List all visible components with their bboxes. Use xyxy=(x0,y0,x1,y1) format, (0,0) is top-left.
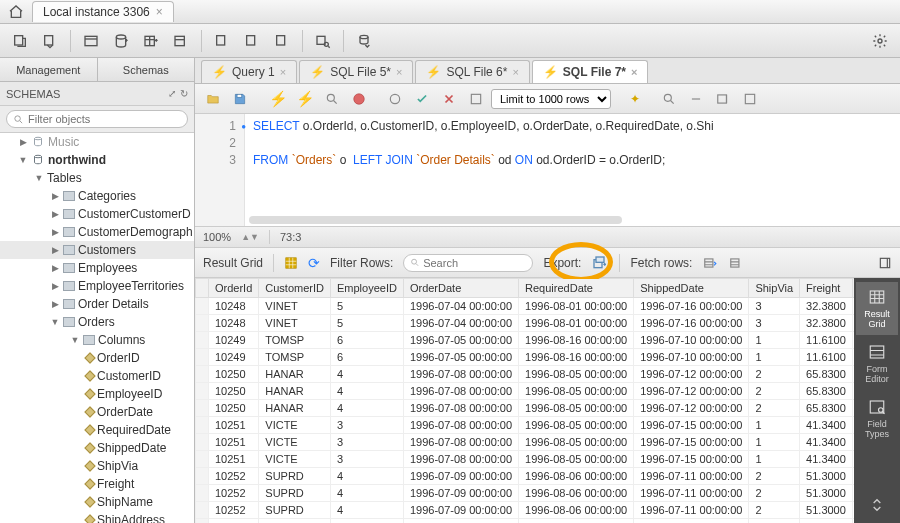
table-row[interactable]: 10248VINET51996-07-04 00:00:001996-08-01… xyxy=(196,315,855,332)
toggle-panel-button[interactable] xyxy=(878,256,892,270)
search-table-button[interactable] xyxy=(309,29,337,53)
column-header[interactable]: ShippedDate xyxy=(634,279,749,298)
stepper-icon[interactable]: ▲▼ xyxy=(241,232,259,242)
tree-columns[interactable]: ▼Columns xyxy=(0,331,194,349)
tree-column[interactable]: CustomerID xyxy=(0,367,194,385)
filter-objects-field[interactable] xyxy=(28,113,181,125)
result-table[interactable]: OrderIdCustomerIDEmployeeIDOrderDateRequ… xyxy=(195,278,854,523)
refresh-icon[interactable]: ↻ xyxy=(180,88,188,99)
tree-column[interactable]: EmployeeID xyxy=(0,385,194,403)
snippets-button[interactable] xyxy=(738,88,762,110)
refresh-icon[interactable]: ⟳ xyxy=(308,255,320,271)
tree-column[interactable]: ShipVia xyxy=(0,457,194,475)
filter-rows-field[interactable] xyxy=(423,257,526,269)
side-field-types[interactable]: Field Types xyxy=(856,392,898,445)
column-header[interactable]: OrderDate xyxy=(403,279,518,298)
side-result-grid[interactable]: Result Grid xyxy=(856,282,898,335)
table-row[interactable]: 10249TOMSP61996-07-05 00:00:001996-08-16… xyxy=(196,332,855,349)
reconnect-button[interactable] xyxy=(350,29,378,53)
expand-icon[interactable]: ⤢ xyxy=(168,88,176,99)
column-header[interactable]: Freight xyxy=(800,279,853,298)
new-view-button[interactable] xyxy=(167,29,195,53)
tree-table[interactable]: ▶EmployeeTerritories xyxy=(0,277,194,295)
settings-button[interactable] xyxy=(866,29,894,53)
open-file-button[interactable] xyxy=(201,88,225,110)
commit-button[interactable] xyxy=(410,88,434,110)
tree-column[interactable]: ShipAddress xyxy=(0,511,194,523)
explain-button[interactable] xyxy=(320,88,344,110)
column-header[interactable]: OrderId xyxy=(209,279,259,298)
filter-rows-input[interactable] xyxy=(403,254,533,272)
table-row[interactable]: 10250HANAR41996-07-08 00:00:001996-08-05… xyxy=(196,366,855,383)
close-icon[interactable]: × xyxy=(631,66,637,78)
toggle-limit-button[interactable] xyxy=(464,88,488,110)
table-row[interactable]: 10251VICTE31996-07-08 00:00:001996-08-05… xyxy=(196,451,855,468)
side-form-editor[interactable]: Form Editor xyxy=(856,337,898,390)
tree-table[interactable]: ▶Categories xyxy=(0,187,194,205)
tree-table[interactable]: ▶Customers xyxy=(0,241,194,259)
toggle-invisible-button[interactable] xyxy=(684,88,708,110)
close-icon[interactable]: × xyxy=(396,66,402,78)
new-func2-button[interactable] xyxy=(268,29,296,53)
connection-tab[interactable]: Local instance 3306 × xyxy=(32,1,174,22)
tab-sqlfile5[interactable]: ⚡SQL File 5*× xyxy=(299,60,413,83)
column-header[interactable]: Sh xyxy=(852,279,854,298)
beautify-button[interactable]: ✦ xyxy=(623,88,647,110)
column-header[interactable]: CustomerID xyxy=(259,279,331,298)
sql-editor[interactable]: 1 2 3 SELECT o.OrderId, o.CustomerID, o.… xyxy=(195,114,900,226)
tree-table-orders[interactable]: ▼Orders xyxy=(0,313,194,331)
filter-objects-input[interactable] xyxy=(6,110,188,128)
new-table-button[interactable] xyxy=(137,29,165,53)
tab-management[interactable]: Management xyxy=(0,58,98,81)
tree-schema-northwind[interactable]: ▼northwind xyxy=(0,151,194,169)
table-row[interactable]: 10250HANAR41996-07-08 00:00:001996-08-05… xyxy=(196,383,855,400)
table-row[interactable]: 10251VICTE31996-07-08 00:00:001996-08-05… xyxy=(196,417,855,434)
find-button[interactable] xyxy=(657,88,681,110)
zoom-level[interactable]: 100% xyxy=(203,231,231,243)
stop-button[interactable] xyxy=(347,88,371,110)
tab-schemas[interactable]: Schemas xyxy=(98,58,195,81)
fetch-all-button[interactable] xyxy=(728,256,744,270)
tree-tables[interactable]: ▼Tables xyxy=(0,169,194,187)
inspector-button[interactable] xyxy=(77,29,105,53)
close-icon[interactable]: × xyxy=(512,66,518,78)
table-row[interactable]: 10252SUPRD41996-07-09 00:00:001996-08-06… xyxy=(196,502,855,519)
table-row[interactable]: 10249TOMSP61996-07-05 00:00:001996-08-16… xyxy=(196,349,855,366)
new-func-button[interactable] xyxy=(238,29,266,53)
tab-sqlfile6[interactable]: ⚡SQL File 6*× xyxy=(415,60,529,83)
tree-column[interactable]: ShipName xyxy=(0,493,194,511)
close-icon[interactable]: × xyxy=(280,66,286,78)
tab-query1[interactable]: ⚡Query 1× xyxy=(201,60,297,83)
table-row[interactable]: 10250HANAR41996-07-08 00:00:001996-08-05… xyxy=(196,400,855,417)
table-row[interactable]: 10252SUPRD41996-07-09 00:00:001996-08-06… xyxy=(196,485,855,502)
tree-column[interactable]: ShippedDate xyxy=(0,439,194,457)
grid-icon[interactable] xyxy=(284,256,298,270)
new-schema-button[interactable] xyxy=(107,29,135,53)
tree-table[interactable]: ▶CustomerCustomerD xyxy=(0,205,194,223)
tree-column[interactable]: OrderDate xyxy=(0,403,194,421)
column-header[interactable]: ShipVia xyxy=(749,279,800,298)
toggle-autocommit-button[interactable] xyxy=(383,88,407,110)
column-header[interactable]: EmployeeID xyxy=(330,279,403,298)
open-sql-button[interactable] xyxy=(36,29,64,53)
schema-tree[interactable]: ▶Music ▼northwind ▼Tables ▶Categories ▶C… xyxy=(0,133,194,523)
new-sql-tab-button[interactable] xyxy=(6,29,34,53)
execute-current-button[interactable]: ⚡ xyxy=(293,88,317,110)
editor-hscroll[interactable] xyxy=(249,216,892,224)
editor-content[interactable]: SELECT o.OrderId, o.CustomerID, o.Employ… xyxy=(245,114,722,226)
table-row[interactable]: 10251VICTE31996-07-08 00:00:001996-08-05… xyxy=(196,434,855,451)
tree-column[interactable]: OrderID xyxy=(0,349,194,367)
result-grid[interactable]: OrderIdCustomerIDEmployeeIDOrderDateRequ… xyxy=(195,278,854,523)
fetch-rows-button[interactable] xyxy=(702,256,718,270)
wrap-button[interactable] xyxy=(711,88,735,110)
tree-column[interactable]: RequiredDate xyxy=(0,421,194,439)
column-header[interactable]: RequiredDate xyxy=(519,279,634,298)
rollback-button[interactable] xyxy=(437,88,461,110)
new-proc-button[interactable] xyxy=(208,29,236,53)
save-button[interactable] xyxy=(228,88,252,110)
tree-column[interactable]: Freight xyxy=(0,475,194,493)
tree-table[interactable]: ▶CustomerDemograph xyxy=(0,223,194,241)
tab-sqlfile7[interactable]: ⚡SQL File 7*× xyxy=(532,60,649,83)
table-row[interactable]: 10252SUPRD41996-07-09 00:00:001996-08-06… xyxy=(196,468,855,485)
close-icon[interactable]: × xyxy=(156,5,163,19)
